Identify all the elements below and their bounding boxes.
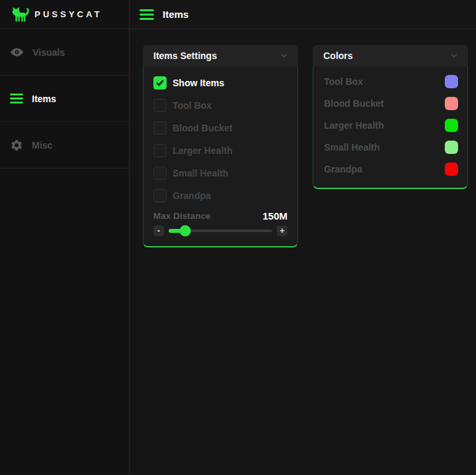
slider-thumb[interactable] xyxy=(179,225,191,236)
items-settings-panel-header[interactable]: Items Settings xyxy=(143,45,298,66)
gear-icon xyxy=(10,139,23,152)
checkbox-label: Grandpa xyxy=(173,190,211,201)
top-bar: PUSSYCAT Items xyxy=(0,0,476,29)
sidebar-item-visuals[interactable]: Visuals xyxy=(0,29,129,76)
colors-panel-body: Tool Box Blood Bucket Larger Health xyxy=(313,66,468,189)
checkbox xyxy=(153,167,167,180)
checkbox xyxy=(153,189,167,202)
app-window: PUSSYCAT Items Visuals xyxy=(0,0,476,475)
color-row-blood-bucket: Blood Bucket xyxy=(313,92,467,114)
slider-decrease-button[interactable]: - xyxy=(153,226,164,236)
color-swatch[interactable] xyxy=(445,97,458,110)
checkbox-label: Show Items xyxy=(173,78,224,88)
cat-logo-icon xyxy=(11,6,29,23)
color-swatch[interactable] xyxy=(445,141,458,154)
sidebar-item-label: Items xyxy=(32,94,56,104)
color-swatch[interactable] xyxy=(445,75,458,88)
colors-panel: Colors Tool Box Blood Bucket xyxy=(313,45,468,189)
checkbox-row-tool-box[interactable]: Tool Box xyxy=(143,94,297,117)
sidebar: Visuals Items Misc xyxy=(0,29,129,474)
color-row-grandpa: Grandpa xyxy=(313,158,467,180)
slider-increase-button[interactable]: + xyxy=(277,226,287,236)
checkbox-row-grandpa[interactable]: Grandpa xyxy=(143,184,297,207)
checkbox-label: Tool Box xyxy=(173,100,212,111)
checkbox-label: Blood Bucket xyxy=(173,123,232,133)
check-icon xyxy=(155,78,165,88)
color-label: Blood Bucket xyxy=(324,98,384,109)
slider-track[interactable] xyxy=(169,225,272,236)
page-header: Items xyxy=(129,0,476,29)
chevron-down-icon[interactable] xyxy=(449,51,459,60)
eye-icon xyxy=(10,45,24,59)
sidebar-item-items[interactable]: Items xyxy=(0,76,129,122)
max-distance-label: Max Distance xyxy=(153,211,210,221)
sidebar-item-misc[interactable]: Misc xyxy=(0,122,129,169)
color-label: Tool Box xyxy=(324,76,363,87)
panel-title: Colors xyxy=(323,50,353,61)
checkbox xyxy=(153,144,167,157)
color-label: Small Health xyxy=(324,142,380,153)
max-distance-value: 150M xyxy=(262,210,287,222)
checkbox-row-blood-bucket[interactable]: Blood Bucket xyxy=(143,117,297,139)
sidebar-item-label: Visuals xyxy=(33,47,65,58)
checkbox xyxy=(153,76,167,90)
checkbox-label: Small Health xyxy=(173,168,228,178)
sidebar-item-label: Misc xyxy=(32,140,52,151)
color-swatch[interactable] xyxy=(445,119,458,132)
page-title: Items xyxy=(163,9,189,20)
chevron-down-icon[interactable] xyxy=(279,51,289,60)
max-distance-slider: - + xyxy=(143,222,297,246)
checkbox-label: Larger Health xyxy=(173,145,232,156)
color-swatch[interactable] xyxy=(445,163,458,176)
checkbox-row-larger-health[interactable]: Larger Health xyxy=(143,139,297,162)
checkbox xyxy=(153,121,167,135)
menu-icon[interactable] xyxy=(139,9,154,21)
items-settings-panel: Items Settings Show Items xyxy=(143,45,298,247)
main-content: Items Settings Show Items xyxy=(129,29,476,474)
logo: PUSSYCAT xyxy=(0,0,129,29)
color-row-larger-health: Larger Health xyxy=(313,114,467,136)
brand-name: PUSSYCAT xyxy=(35,9,102,19)
color-label: Grandpa xyxy=(324,164,362,174)
checkbox-row-small-health[interactable]: Small Health xyxy=(143,162,297,184)
checkbox-row-show-items[interactable]: Show Items xyxy=(143,72,297,94)
menu-icon xyxy=(10,93,23,104)
panel-title: Items Settings xyxy=(153,50,217,61)
colors-panel-header[interactable]: Colors xyxy=(313,45,468,66)
checkbox xyxy=(153,99,167,112)
color-label: Larger Health xyxy=(324,120,384,131)
color-row-tool-box: Tool Box xyxy=(313,70,467,92)
items-settings-panel-body: Show Items Tool Box Blood xyxy=(143,66,298,247)
color-row-small-health: Small Health xyxy=(313,136,467,158)
